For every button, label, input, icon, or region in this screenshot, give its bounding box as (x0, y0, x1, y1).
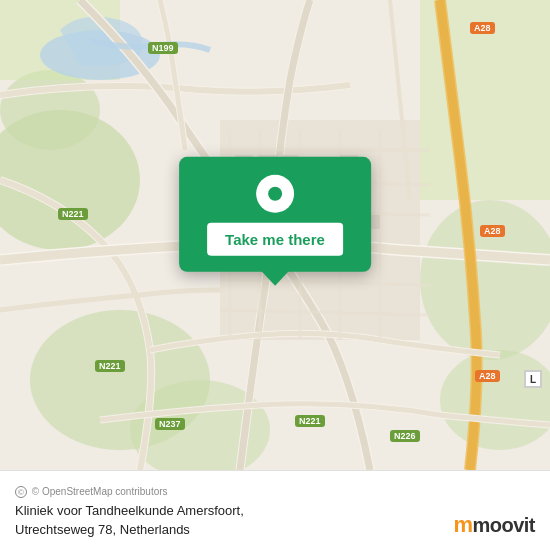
moovit-logo: mmoovit (453, 512, 535, 538)
road-label-n221-bottom: N221 (295, 415, 325, 427)
attribution: © © OpenStreetMap contributors (15, 486, 535, 498)
take-me-there-button[interactable]: Take me there (207, 223, 343, 256)
road-label-n226: N226 (390, 430, 420, 442)
leaflet-marker: L (524, 370, 542, 388)
road-label-a28-bottom: A28 (475, 370, 500, 382)
map-pin-inner (268, 187, 282, 201)
road-label-n221-bottom-left: N221 (95, 360, 125, 372)
place-name-text: Kliniek voor Tandheelkunde Amersfoort, (15, 503, 244, 518)
road-label-n237: N237 (155, 418, 185, 430)
road-label-a28-top: A28 (470, 22, 495, 34)
map-container: N199 N221 N221 N221 N237 N226 A28 A28 A2… (0, 0, 550, 470)
svg-point-2 (0, 70, 100, 150)
place-address-text: Utrechtseweg 78, Netherlands (15, 522, 190, 537)
info-bar: © © OpenStreetMap contributors Kliniek v… (0, 470, 550, 550)
road-label-a28-mid: A28 (480, 225, 505, 237)
road-label-n199: N199 (148, 42, 178, 54)
moovit-logo-text: mmoovit (453, 512, 535, 538)
attribution-text: © OpenStreetMap contributors (32, 486, 168, 497)
road-label-n221-left: N221 (58, 208, 88, 220)
moovit-m-letter: m (453, 512, 472, 537)
map-pin-icon (256, 175, 294, 213)
moovit-rest-text: moovit (472, 514, 535, 536)
popup-card: Take me there (179, 157, 371, 272)
copyright-icon: © (15, 486, 27, 498)
